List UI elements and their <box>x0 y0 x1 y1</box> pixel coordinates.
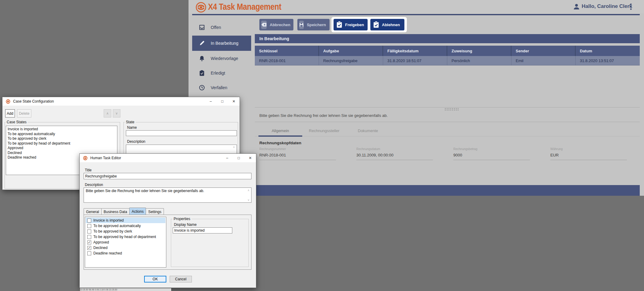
tab-label: Allgemein <box>272 128 289 133</box>
list-item[interactable]: To be approved automatically <box>8 132 117 137</box>
list-item[interactable]: To be approved by clerk <box>8 136 117 141</box>
action-row[interactable]: To be approved automatically <box>86 223 165 229</box>
action-label: Deadline reached <box>93 251 122 255</box>
field-rechnungsbetrag[interactable]: Rechnungsbetrag 9000 <box>453 147 530 160</box>
approve-button[interactable]: Freigeben <box>334 19 368 30</box>
field-underline <box>453 160 530 160</box>
tab-actions[interactable]: Actions <box>129 208 146 215</box>
action-label: To be approved automatically <box>93 224 141 228</box>
case-states-group-label: Case States <box>5 120 28 124</box>
state-name-input[interactable] <box>126 130 237 136</box>
sidebar-item-erledigt[interactable]: Erledigt <box>192 65 251 81</box>
tab-label: Actions <box>132 209 144 214</box>
tab-business-data[interactable]: Business Data <box>101 208 130 215</box>
move-down-button[interactable]: ∨ <box>113 109 120 117</box>
display-name-input[interactable]: Invoice is imported <box>173 227 232 233</box>
close-icon[interactable]: ✕ <box>228 97 240 106</box>
field-value: RNR-2018-001 <box>259 153 336 157</box>
divider <box>255 122 640 122</box>
sidebar-item-verfallen[interactable]: Verfallen <box>192 80 251 95</box>
add-state-button[interactable]: Add <box>5 109 15 117</box>
floppy-disk-icon <box>299 21 304 29</box>
list-item[interactable]: To be approved by head of department <box>8 141 117 146</box>
cancel-button[interactable]: Cancel <box>170 276 192 282</box>
human-task-editor-dialog: Human Task Editor – □ ✕ Title Rechnungsf… <box>79 153 256 288</box>
checkbox-icon[interactable]: ✓ <box>87 246 91 250</box>
action-row[interactable]: ✓ Declined <box>86 245 165 251</box>
user-greeting: Hallo, Caroline Clerk <box>582 3 632 9</box>
tab-rechnungssteller[interactable]: Rechnungssteller <box>302 125 346 136</box>
sidebar-item-wiedervorlage[interactable]: Wiedervorlage <box>192 51 251 66</box>
column-header[interactable]: Zuweisung <box>447 46 511 56</box>
field-label: Rechnungsnummer <box>259 147 336 151</box>
action-row[interactable]: ✓ Approved <box>86 240 165 245</box>
cancel-task-button[interactable]: Abbrechen <box>259 19 293 30</box>
column-header[interactable]: Aufgabe <box>319 46 383 56</box>
scroll-up-icon[interactable]: ∧ <box>248 189 250 192</box>
bell-icon <box>199 55 205 62</box>
task-description-input[interactable]: Bitte geben Sie die Rechnung frei oder l… <box>84 188 251 203</box>
title-label: Title <box>84 168 93 172</box>
field-rechnungsnummer[interactable]: Rechnungsnummer RNR-2018-001 <box>259 147 336 160</box>
action-row[interactable]: To be approved by clerk <box>86 229 165 234</box>
task-management-app-window: X4 Task Management Hallo, Caroline Clerk… <box>189 0 644 196</box>
cell-sender: Emil <box>511 56 576 65</box>
sidebar-item-in-bearbeitung[interactable]: In Bearbeitung <box>192 36 251 51</box>
description-label: Description <box>84 183 104 187</box>
state-group-label: State <box>125 120 136 124</box>
ok-button[interactable]: OK <box>144 276 166 282</box>
checkbox-icon[interactable] <box>87 219 91 223</box>
close-icon[interactable]: ✕ <box>244 154 256 162</box>
checkbox-icon[interactable] <box>87 235 91 239</box>
task-title-input[interactable]: Rechnungsfreigabe <box>84 173 251 179</box>
minimize-icon[interactable]: – <box>221 154 233 162</box>
tab-settings[interactable]: Settings <box>146 208 164 215</box>
background-window-sliver: 23 25.50 56.96 0.06 2.18 0.06 23 25.50 <box>80 288 171 291</box>
clipboard-check-icon <box>373 21 379 28</box>
action-row[interactable]: Invoice is imported <box>86 218 165 223</box>
action-row[interactable]: To be approved by head of department <box>86 234 165 240</box>
scroll-down-icon[interactable]: ∨ <box>248 198 250 202</box>
task-hint-text: Bitte geben Sie die Rechnung frei oder l… <box>259 113 388 118</box>
column-header[interactable]: Schlüssel <box>255 46 319 56</box>
delete-state-button[interactable]: Delete <box>17 109 31 117</box>
cell-faelligkeitsdatum: 31.8.2020 18:51:07 <box>383 56 447 65</box>
sidebar-item-offen[interactable]: Offen <box>192 20 251 35</box>
column-header[interactable]: Fälligkeitsdatum <box>383 46 447 56</box>
table-row[interactable]: RNR-2018-001 Rechnungsfreigabe 31.8.2020… <box>255 56 640 65</box>
field-waehrung[interactable]: Währung EUR <box>550 147 627 160</box>
save-task-button[interactable]: Speichern <box>297 19 330 30</box>
column-header[interactable]: Datum <box>576 46 640 56</box>
action-label: To be approved by clerk <box>93 229 132 233</box>
field-rechnungsdatum[interactable]: Rechnungsdatum 30.11.2009, 00:00:00 <box>356 147 433 160</box>
minimize-icon[interactable]: – <box>205 97 216 106</box>
checkbox-icon[interactable]: ✓ <box>87 240 91 244</box>
tab-general[interactable]: General <box>84 208 102 215</box>
tab-label: Rechnungssteller <box>309 128 339 133</box>
scroll-up-icon[interactable]: ∧ <box>233 146 235 149</box>
sidebar-item-label: Offen <box>211 25 221 30</box>
tab-label: General <box>86 210 99 214</box>
footer-bar <box>255 185 640 196</box>
button-label: Freigeben <box>345 23 364 27</box>
decline-button[interactable]: Ablehnen <box>370 19 404 30</box>
tab-allgemein[interactable]: Allgemein <box>258 125 302 136</box>
checkbox-icon[interactable] <box>87 230 91 233</box>
checkbox-icon[interactable] <box>87 224 91 228</box>
clipboard-check-icon <box>199 70 205 76</box>
maximize-icon[interactable]: □ <box>233 154 244 162</box>
action-row[interactable]: Deadline reached <box>86 251 165 256</box>
tab-dokumente[interactable]: Dokumente <box>346 125 390 136</box>
detail-section-heading: Rechnungskopfdaten <box>259 141 301 145</box>
maximize-icon[interactable]: □ <box>216 97 228 106</box>
desktop: X4 Task Management Hallo, Caroline Clerk… <box>0 0 644 291</box>
actions-checkbox-list[interactable]: Invoice is imported To be approved autom… <box>85 217 166 268</box>
checkbox-icon[interactable] <box>87 251 91 255</box>
kebab-menu-icon[interactable] <box>630 3 632 10</box>
move-up-button[interactable]: ∧ <box>104 109 111 117</box>
column-header[interactable]: Sender <box>511 46 576 56</box>
list-item[interactable]: Invoice is imported <box>8 127 117 132</box>
x4-logo-icon <box>196 2 206 12</box>
splitter-drag-handle[interactable] <box>445 108 459 110</box>
list-item[interactable]: Approved <box>8 146 117 151</box>
